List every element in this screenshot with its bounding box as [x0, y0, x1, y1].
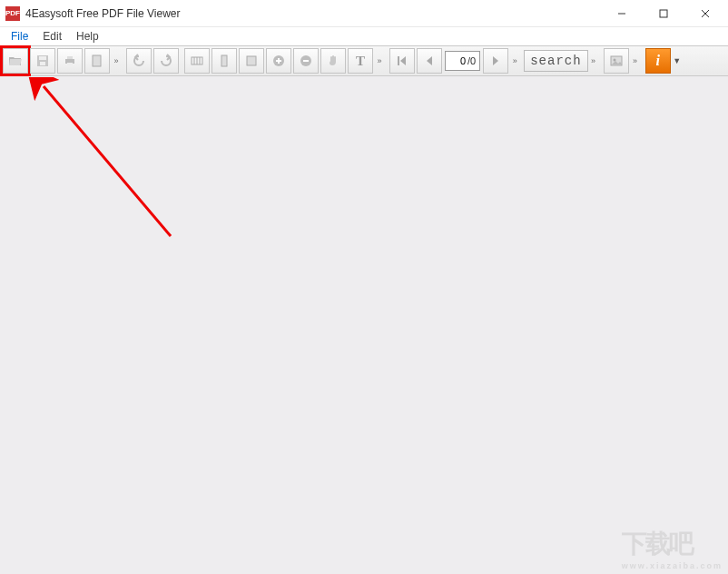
- image-icon: [609, 54, 624, 68]
- toolbar-overflow-5[interactable]: »: [630, 48, 641, 74]
- floppy-disk-icon: [35, 54, 50, 68]
- search-box[interactable]: search: [524, 50, 587, 72]
- svg-rect-9: [67, 63, 73, 65]
- document-properties-button[interactable]: [84, 48, 110, 74]
- svg-rect-5: [39, 56, 46, 60]
- first-page-button[interactable]: [389, 48, 415, 74]
- open-file-button[interactable]: [3, 48, 28, 74]
- first-page-icon: [395, 54, 409, 68]
- menubar: File Edit Help: [0, 27, 728, 45]
- prev-page-icon: [422, 54, 437, 68]
- toolbar-overflow-3[interactable]: »: [509, 48, 520, 74]
- next-page-button[interactable]: [483, 48, 508, 74]
- info-icon: i: [655, 53, 659, 69]
- page-number-input[interactable]: [448, 55, 466, 66]
- page-total-label: /0: [466, 55, 477, 66]
- fit-width-icon: [190, 54, 204, 68]
- menu-edit[interactable]: Edit: [35, 28, 69, 45]
- fit-width-button[interactable]: [184, 48, 210, 74]
- toolbar-overflow-2[interactable]: »: [374, 48, 385, 74]
- rotate-right-button[interactable]: [153, 48, 179, 74]
- zoom-in-button[interactable]: [266, 48, 291, 74]
- printer-icon: [63, 54, 77, 68]
- toolbar-overflow-4[interactable]: »: [588, 48, 599, 74]
- print-button[interactable]: [57, 48, 83, 74]
- svg-rect-1: [660, 10, 667, 17]
- zoom-out-button[interactable]: [293, 48, 319, 74]
- page-number-box: /0: [445, 51, 480, 71]
- about-button[interactable]: i: [645, 48, 671, 74]
- fit-page-icon: [217, 54, 231, 68]
- toolbar: » T » /0 » search »: [0, 45, 728, 76]
- text-select-button[interactable]: T: [348, 48, 373, 74]
- rotate-left-icon: [132, 54, 146, 68]
- actual-size-button[interactable]: [239, 48, 264, 74]
- snapshot-button[interactable]: [604, 48, 629, 74]
- close-button[interactable]: [684, 1, 726, 26]
- search-placeholder: search: [530, 54, 581, 68]
- hand-tool-button[interactable]: [320, 48, 346, 74]
- next-page-icon: [488, 54, 503, 68]
- rotate-right-icon: [159, 54, 173, 68]
- actual-size-icon: [244, 54, 259, 68]
- svg-rect-16: [247, 56, 256, 65]
- svg-rect-15: [221, 55, 227, 66]
- minus-circle-icon: [299, 54, 313, 68]
- menu-help[interactable]: Help: [69, 28, 106, 45]
- plus-circle-icon: [271, 54, 286, 68]
- page-icon: [90, 54, 104, 68]
- toolbar-overflow-1[interactable]: »: [111, 48, 122, 74]
- save-button[interactable]: [30, 48, 55, 74]
- watermark: 下载吧 www.xiazaiba.com: [622, 527, 723, 570]
- hand-icon: [326, 54, 340, 68]
- rotate-left-button[interactable]: [126, 48, 152, 74]
- svg-rect-10: [93, 55, 101, 66]
- titlebar: PDF 4Easysoft Free PDF File Viewer: [0, 0, 728, 27]
- app-icon: PDF: [5, 6, 20, 21]
- window-title: 4Easysoft Free PDF File Viewer: [25, 7, 181, 20]
- fit-page-button[interactable]: [212, 48, 237, 74]
- maximize-button[interactable]: [643, 1, 684, 26]
- minimize-button[interactable]: [601, 1, 643, 26]
- svg-rect-8: [67, 56, 73, 59]
- document-viewport: [0, 76, 728, 574]
- window-controls: [601, 1, 726, 26]
- svg-rect-6: [40, 62, 45, 65]
- prev-page-button[interactable]: [417, 48, 442, 74]
- menu-file[interactable]: File: [4, 28, 35, 45]
- folder-open-icon: [8, 54, 23, 68]
- text-tool-icon: T: [356, 54, 365, 69]
- about-dropdown[interactable]: ▼: [672, 48, 683, 74]
